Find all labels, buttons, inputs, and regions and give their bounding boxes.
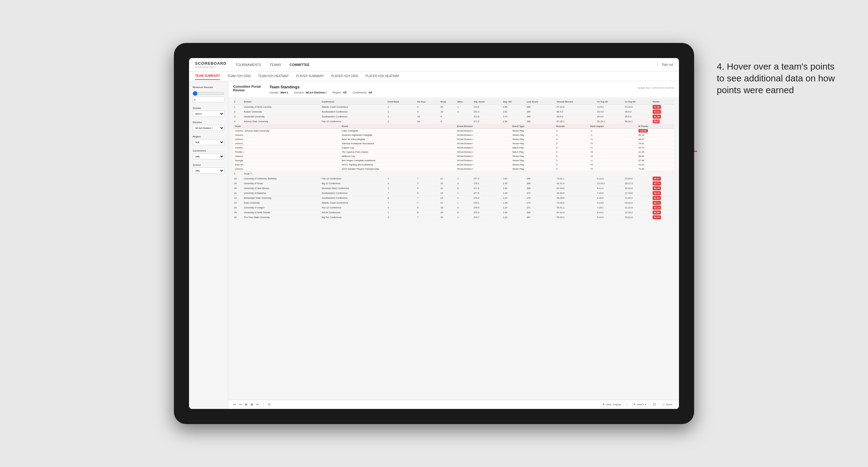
nav-teams[interactable]: TEAMS <box>270 62 281 68</box>
cell-overall: 53-41-1 <box>556 206 596 210</box>
nav-committee[interactable]: COMMITTEE <box>290 62 310 68</box>
cell-points[interactable]: 78.5 <box>652 119 674 124</box>
cell-avg-sg: 2.73 <box>502 114 526 119</box>
points-badge[interactable]: 88.70 <box>653 182 661 185</box>
cell-points[interactable]: 97.02 <box>652 105 674 110</box>
sign-out-button[interactable]: Sign out <box>657 63 673 66</box>
table-row[interactable]: 1 University of North Carolina Atlantic … <box>233 105 674 110</box>
region-select[interactable]: N/A All <box>193 139 224 145</box>
division-select[interactable]: NCAA Division I NCAA Division II <box>193 125 224 131</box>
exp-col-rank-impact: Rank Impact <box>588 124 636 129</box>
tab-player-summary[interactable]: PLAYER SUMMARY <box>296 72 324 80</box>
table-row[interactable]: 5 Texas T... <box>233 172 674 176</box>
expanded-table-row[interactable]: Univers... Copper Cup NCAA Division I Ma… <box>233 146 674 150</box>
cell-conference: Atlantic Coast Conference <box>321 105 387 110</box>
redo-button[interactable]: ↪ <box>239 403 242 406</box>
points-badge-active[interactable]: 78.5 <box>653 120 660 123</box>
points-badge[interactable]: 97.02 <box>653 105 661 109</box>
table-row[interactable]: 3 Vanderbilt University Southeastern Con… <box>233 114 674 119</box>
tab-team-summary[interactable]: TEAM SUMMARY <box>195 72 220 80</box>
tab-team-h2h-grid[interactable]: TEAM H2H GRID <box>227 72 251 80</box>
expanded-table-row[interactable]: Univers... National Invitational Tournam… <box>233 142 674 146</box>
tab-player-h2h-heatmap[interactable]: PLAYER H2H HEATMAP <box>365 72 399 80</box>
grid-button[interactable]: ⊞ <box>250 403 253 406</box>
cell-points[interactable]: 88.07 <box>652 176 674 181</box>
col-rank: # <box>233 99 243 105</box>
view-original-button[interactable]: 👁 View: Original <box>601 403 623 406</box>
points-badge[interactable]: 88.81 <box>653 196 661 200</box>
cell-overall: 63-5-0 <box>556 114 596 119</box>
school-label: School <box>193 164 224 166</box>
filter-gender: Gender: Men's <box>270 91 288 94</box>
expanded-table-row[interactable]: Georgia Ben Hogan Collegiate Invitationa… <box>233 158 674 163</box>
cell-rank: 2 <box>233 110 243 114</box>
conference-select[interactable]: (All) <box>193 153 224 159</box>
nav-tournaments[interactable]: TOURNAMENTS <box>236 62 261 68</box>
points-badge[interactable]: 90.20 <box>653 115 661 119</box>
table-row[interactable]: 24 University of Oregon Pac-12 Conferenc… <box>233 206 674 210</box>
table-row[interactable]: 26 The Ohio State University Big Ten Con… <box>233 215 674 220</box>
cell-points[interactable]: 88.81 <box>652 196 674 200</box>
cell-points[interactable]: 88.71 <box>652 200 674 206</box>
cell-points[interactable]: 88.48 <box>652 191 674 196</box>
undo-button[interactable]: ↩ <box>233 403 236 406</box>
expanded-table-row[interactable]: Univers... 2023 Sahalee Players Champion… <box>233 167 674 171</box>
cell-overall: 71-22-2 <box>556 200 596 206</box>
points-badge[interactable]: 93.31 <box>653 110 661 114</box>
cell-points[interactable]: 88.94 <box>652 215 674 220</box>
table-row[interactable]: 18 University of California, Berkeley Pa… <box>233 176 674 181</box>
cell-adj-score: 278.1 <box>473 200 502 206</box>
points-badge[interactable]: 88.07 <box>653 177 661 181</box>
points-badge[interactable]: 88.49 <box>653 186 661 190</box>
cell-points[interactable]: 88.70 <box>652 181 674 186</box>
cell-no-tour: 9 <box>416 110 440 114</box>
cell-points[interactable]: 93.31 <box>652 110 674 114</box>
expanded-table-row[interactable]: Florida I... The Cypress Point Classic N… <box>233 150 674 154</box>
points-badge[interactable]: 88.71 <box>653 201 661 205</box>
filter-region: Region: All <box>332 91 347 94</box>
expanded-table-row[interactable]: Univers... Amer Ari Intercollegiate NCAA… <box>233 137 674 142</box>
cell-conf-rank: 1 <box>387 110 416 114</box>
cell-points[interactable]: 90.20 <box>652 114 674 119</box>
share-button[interactable]: ↗ Share <box>661 403 674 406</box>
cell-avg-sg: 1.32 <box>502 196 526 200</box>
table-row[interactable]: 4 Arizona State University Pac-12 Confer… <box>233 119 674 124</box>
cell-points[interactable]: 88.14 <box>652 206 674 210</box>
expanded-table-row[interactable]: Univers... Arizona State University Cabo… <box>233 129 674 133</box>
school-select[interactable]: (All) <box>193 167 224 174</box>
table-row[interactable]: 19 University of Texas Big 12 Conference… <box>233 181 674 186</box>
cell-avg-sg: 2.50 <box>502 119 526 124</box>
crop-button[interactable]: ✂ <box>256 403 259 406</box>
tab-player-h2h-grid[interactable]: PLAYER H2H GRID <box>331 72 358 80</box>
zoom-button[interactable]: ⊕ <box>245 403 247 406</box>
table-row[interactable]: 2 Auburn University Southeastern Confere… <box>233 110 674 114</box>
cell-no-tour: 8 <box>416 210 440 215</box>
region-label: Region <box>193 135 224 138</box>
cell-points[interactable]: 88.89 <box>652 210 674 215</box>
cell-vs25: 13-9-0 <box>596 105 624 110</box>
exp-cell-team: Univers... <box>233 146 340 150</box>
min-rounds-slider[interactable] <box>193 91 224 96</box>
table-row[interactable]: 20 University of New Mexico Mountain Wes… <box>233 186 674 191</box>
comment-button[interactable]: 💬 <box>651 403 658 406</box>
points-badge[interactable]: 88.14 <box>653 206 661 210</box>
expanded-table-row[interactable]: East Ter... OFCC Fighting Illini Invitat… <box>233 163 674 167</box>
clock-button[interactable]: ⏱ <box>268 403 271 406</box>
col-overall: Overall Record <box>556 99 596 105</box>
table-row[interactable]: 25 University of North Florida ASUN Conf… <box>233 210 674 215</box>
points-badge[interactable]: 88.94 <box>653 215 661 219</box>
gender-select[interactable]: Men's Women's <box>193 111 224 117</box>
table-row[interactable]: 23 Duke University Atlantic Coast Confer… <box>233 200 674 206</box>
expanded-table-row[interactable]: Univers... Williams Cup NCAA Division I … <box>233 154 674 158</box>
table-row[interactable]: 22 Mississippi State University Southeas… <box>233 196 674 200</box>
points-badge[interactable]: 88.48 <box>653 191 661 195</box>
tab-team-h2h-heatmap[interactable]: TEAM H2H HEATMAP <box>258 72 289 80</box>
watch-button[interactable]: 👁 Watch ▾ <box>631 403 648 406</box>
cell-points[interactable]: 88.49 <box>652 186 674 191</box>
exp-cell-event: OFCC Fighting Illini Invitational <box>340 163 455 167</box>
points-badge[interactable]: 88.89 <box>653 211 661 214</box>
table-row[interactable]: 21 University of Alabama Southeastern Co… <box>233 191 674 196</box>
exp-cell-points: 74-01 <box>637 142 674 146</box>
min-rounds-input[interactable] <box>193 96 224 102</box>
expanded-table-row[interactable]: Univers... Southern Highlands Collegiate… <box>233 133 674 137</box>
